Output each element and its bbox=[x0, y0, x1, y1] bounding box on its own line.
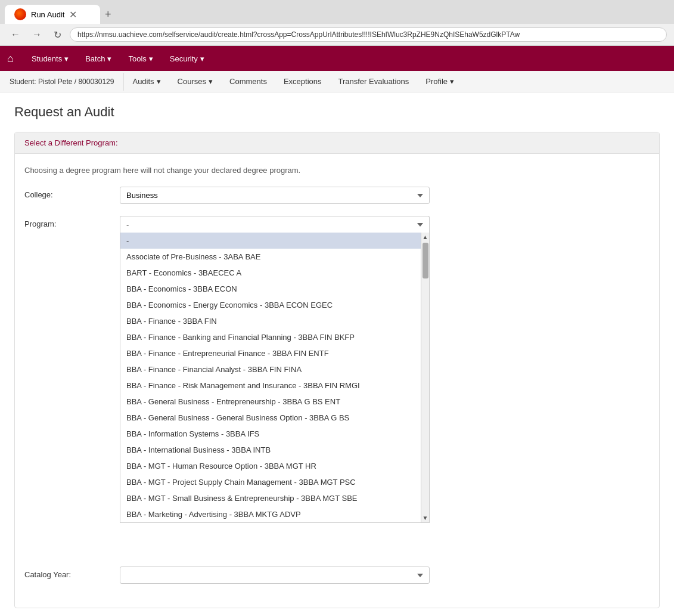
program-option-3[interactable]: BBA - Economics - Energy Economics - 3BB… bbox=[120, 297, 421, 313]
form-card-header: Select a Different Program: bbox=[15, 132, 659, 154]
sec-nav-transfer-evaluations[interactable]: Transfer Evaluations bbox=[330, 71, 417, 92]
program-option-14[interactable]: BBA - MGT - Project Supply Chain Managem… bbox=[120, 474, 421, 490]
select-program-link[interactable]: Select a Different Program: bbox=[24, 138, 118, 147]
catalog-year-group: Catalog Year: bbox=[24, 567, 650, 584]
form-card: Select a Different Program: Choosing a d… bbox=[14, 132, 660, 608]
reload-button[interactable]: ↻ bbox=[50, 28, 65, 42]
nav-batch-label: Batch bbox=[85, 54, 105, 63]
form-card-body: Choosing a degree program here will not … bbox=[15, 154, 659, 608]
catalog-year-label: Catalog Year: bbox=[24, 567, 120, 579]
note-text: Choosing a degree program here will not … bbox=[24, 166, 650, 175]
nav-students[interactable]: Students ▾ bbox=[23, 48, 77, 69]
program-option-5[interactable]: BBA - Finance - Banking and Financial Pl… bbox=[120, 329, 421, 345]
audits-chevron: ▾ bbox=[157, 77, 161, 86]
dropdown-scrollbar[interactable]: ▲ ▼ bbox=[421, 233, 429, 522]
program-options-list[interactable]: - Associate of Pre-Business - 3ABA BAE B… bbox=[120, 233, 421, 522]
scrollbar-down-button[interactable]: ▼ bbox=[421, 513, 429, 522]
page-title: Request an Audit bbox=[14, 104, 660, 120]
nav-students-chevron: ▾ bbox=[64, 54, 69, 63]
program-dropdown: - Associate of Pre-Business - 3ABA BAE B… bbox=[120, 233, 430, 523]
address-input[interactable] bbox=[70, 27, 667, 42]
forward-button[interactable]: → bbox=[29, 28, 45, 41]
app-header: ⌂ Students ▾ Batch ▾ Tools ▾ Security ▾ bbox=[0, 46, 674, 71]
sec-nav-exceptions[interactable]: Exceptions bbox=[275, 71, 330, 92]
tab-close-button[interactable]: ✕ bbox=[69, 9, 77, 20]
new-tab-button[interactable]: + bbox=[100, 8, 116, 21]
program-option-0[interactable]: Associate of Pre-Business - 3ABA BAE bbox=[120, 249, 421, 265]
scrollbar-track bbox=[421, 242, 429, 513]
courses-chevron: ▾ bbox=[209, 77, 213, 86]
program-option-11[interactable]: BBA - Information Systems - 3BBA IFS bbox=[120, 426, 421, 442]
program-option-6[interactable]: BBA - Finance - Entrepreneurial Finance … bbox=[120, 345, 421, 361]
tab-favicon bbox=[14, 8, 26, 20]
program-option-16[interactable]: BBA - Marketing - Advertising - 3BBA MKT… bbox=[120, 506, 421, 522]
tab-title: Run Audit bbox=[31, 10, 64, 19]
scrollbar-thumb[interactable] bbox=[423, 243, 428, 278]
program-option-2[interactable]: BBA - Economics - 3BBA ECON bbox=[120, 281, 421, 297]
catalog-year-select[interactable] bbox=[120, 567, 430, 584]
nav-students-label: Students bbox=[32, 54, 62, 63]
program-option-7[interactable]: BBA - Finance - Financial Analyst - 3BBA… bbox=[120, 361, 421, 377]
nav-tools-label: Tools bbox=[128, 54, 146, 63]
program-option-12[interactable]: BBA - International Business - 3BBA INTB bbox=[120, 442, 421, 458]
program-option-9[interactable]: BBA - General Business - Entrepreneurshi… bbox=[120, 394, 421, 410]
page-content: Request an Audit Select a Different Prog… bbox=[0, 92, 674, 616]
sec-nav-profile[interactable]: Profile ▾ bbox=[417, 71, 462, 92]
college-label: College: bbox=[24, 187, 120, 199]
student-info: Student: Pistol Pete / 800030129 bbox=[0, 73, 124, 91]
sec-nav-courses[interactable]: Courses ▾ bbox=[169, 71, 221, 92]
program-option-8[interactable]: BBA - Finance - Risk Management and Insu… bbox=[120, 377, 421, 394]
address-bar: ← → ↻ bbox=[0, 24, 674, 46]
sec-nav-comments[interactable]: Comments bbox=[221, 71, 275, 92]
sec-nav-audits[interactable]: Audits ▾ bbox=[124, 71, 169, 92]
active-tab[interactable]: Run Audit ✕ bbox=[5, 5, 100, 24]
nav-security-chevron: ▾ bbox=[200, 54, 204, 63]
college-group: College: Business bbox=[24, 187, 650, 204]
back-button[interactable]: ← bbox=[7, 28, 24, 41]
tab-bar: Run Audit ✕ + bbox=[0, 0, 674, 24]
college-control: Business bbox=[120, 187, 430, 204]
nav-tools-chevron: ▾ bbox=[149, 54, 153, 63]
scrollbar-up-button[interactable]: ▲ bbox=[421, 233, 429, 242]
profile-chevron: ▾ bbox=[450, 77, 454, 86]
home-icon[interactable]: ⌂ bbox=[7, 52, 14, 65]
program-label: Program: bbox=[24, 216, 120, 228]
nav-security[interactable]: Security ▾ bbox=[161, 48, 213, 69]
program-option-15[interactable]: BBA - MGT - Small Business & Entrepreneu… bbox=[120, 490, 421, 506]
program-option-13[interactable]: BBA - MGT - Human Resource Option - 3BBA… bbox=[120, 458, 421, 474]
nav-batch-chevron: ▾ bbox=[107, 54, 111, 63]
program-option-dash[interactable]: - bbox=[120, 233, 421, 249]
secondary-nav: Student: Pistol Pete / 800030129 Audits … bbox=[0, 71, 674, 92]
catalog-year-control bbox=[120, 567, 430, 584]
nav-security-label: Security bbox=[170, 54, 198, 63]
program-option-10[interactable]: BBA - General Business - General Busines… bbox=[120, 410, 421, 426]
program-option-1[interactable]: BART - Economics - 3BAECEC A bbox=[120, 265, 421, 281]
college-select[interactable]: Business bbox=[120, 187, 430, 204]
nav-batch[interactable]: Batch ▾ bbox=[77, 48, 120, 69]
nav-tools[interactable]: Tools ▾ bbox=[120, 48, 161, 69]
program-option-4[interactable]: BBA - Finance - 3BBA FIN bbox=[120, 313, 421, 329]
program-group: Program: - - Associate of Pre-Business -… bbox=[24, 216, 650, 233]
program-select[interactable]: - bbox=[120, 216, 430, 233]
program-control: - - Associate of Pre-Business - 3ABA BAE… bbox=[120, 216, 430, 233]
browser-chrome: Run Audit ✕ + ← → ↻ bbox=[0, 0, 674, 46]
